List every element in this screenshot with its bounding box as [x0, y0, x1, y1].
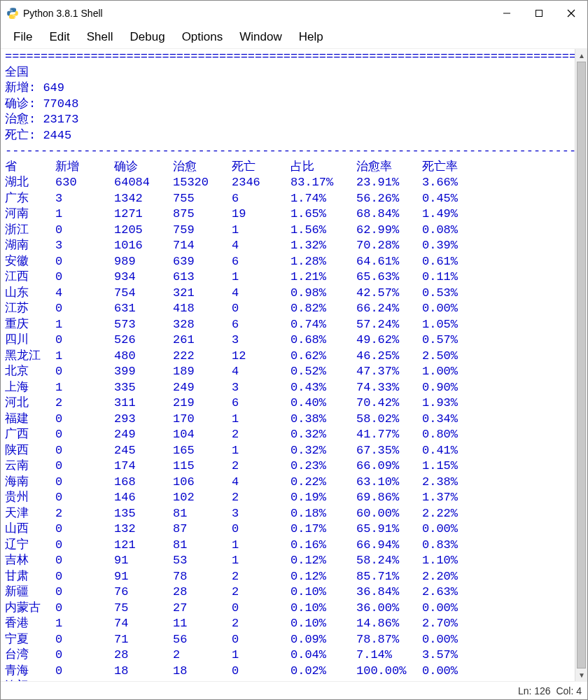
- table-row-col-4: 0: [232, 601, 290, 617]
- table-header-col-0: 省: [5, 160, 55, 176]
- table-row-col-1: 0: [55, 458, 114, 475]
- table-row-col-3: 56: [173, 632, 232, 648]
- table-row-col-6: 67.35%: [356, 443, 422, 459]
- table-row-col-6: 46.25%: [356, 349, 422, 365]
- table-row-col-1: 3: [55, 238, 114, 254]
- table-row-col-0: 青海: [5, 664, 55, 680]
- table-row: 黑龙江1480222120.62%46.25%2.50%: [5, 349, 570, 365]
- menu-item-shell[interactable]: Shell: [78, 27, 122, 47]
- table-row-col-3: 165: [173, 443, 232, 459]
- scroll-down-arrow-icon[interactable]: ▼: [575, 668, 587, 681]
- table-row-col-0: 辽宁: [5, 538, 55, 554]
- table-row-col-3: 28: [173, 584, 232, 601]
- scroll-thumb[interactable]: [577, 62, 586, 668]
- table-row-col-2: 64084: [114, 175, 173, 191]
- table-row-col-4: 6: [232, 396, 290, 412]
- summary-row-0: 新增: 649: [5, 80, 570, 97]
- table-row-col-2: 399: [114, 364, 173, 380]
- table-row-col-6: 49.62%: [356, 332, 422, 349]
- table-row-col-2: 74: [114, 616, 173, 632]
- table-row-col-2: 174: [114, 458, 173, 475]
- table-row-col-4: 1: [232, 443, 290, 459]
- table-row: 香港1741120.10%14.86%2.70%: [5, 616, 570, 632]
- table-row-col-1: 630: [55, 175, 114, 191]
- table-row-col-0: 新疆: [5, 584, 55, 601]
- summary-row-2: 治愈: 23173: [5, 112, 570, 128]
- table-row-col-0: 陕西: [5, 443, 55, 459]
- table-row-col-7: 2.50%: [422, 349, 478, 365]
- close-button[interactable]: [555, 1, 587, 26]
- table-row-col-6: 47.37%: [356, 364, 422, 380]
- summary-block: 全国新增: 649确诊: 77048治愈: 23173死亡: 2445: [5, 65, 570, 144]
- table-row-col-3: 418: [173, 301, 232, 317]
- table-row: 内蒙古0752700.10%36.00%0.00%: [5, 601, 570, 617]
- table-row-col-0: 广东: [5, 191, 55, 207]
- table-row-col-6: 64.61%: [356, 254, 422, 270]
- table-row-col-7: 0.41%: [422, 443, 478, 459]
- scroll-up-arrow-icon[interactable]: ▲: [575, 49, 587, 62]
- table-row: 浙江0120575911.56%62.99%0.08%: [5, 223, 570, 239]
- table-row-col-2: 335: [114, 380, 173, 396]
- table-row-col-5: 0.04%: [290, 648, 356, 664]
- table-row-col-2: 293: [114, 412, 173, 428]
- table-row-col-4: 4: [232, 238, 290, 254]
- table-row-col-4: 4: [232, 475, 290, 491]
- table-row: 山东475432140.98%42.57%0.53%: [5, 286, 570, 302]
- table-row-col-3: 328: [173, 317, 232, 333]
- table-row-col-1: 0: [55, 538, 114, 554]
- table-row-col-6: 85.71%: [356, 569, 422, 585]
- table-row-col-2: 989: [114, 254, 173, 270]
- table-row-col-3: 53: [173, 553, 232, 569]
- summary-row-0-label: 新增:: [5, 81, 36, 94]
- table-row-col-5: 1.21%: [290, 270, 356, 286]
- table-row-col-5: 0.32%: [290, 427, 356, 443]
- table-header-col-1: 新增: [55, 160, 114, 176]
- menu-item-help[interactable]: Help: [290, 27, 332, 47]
- table-row-col-6: 23.91%: [356, 175, 422, 191]
- status-col-value: 4: [576, 685, 582, 696]
- table-header-col-7: 死亡率: [422, 160, 478, 176]
- table-row-col-3: 755: [173, 191, 232, 207]
- table-row-col-4: 3: [232, 506, 290, 522]
- table-row: 陕西024516510.32%67.35%0.41%: [5, 443, 570, 459]
- table-row-col-1: 1: [55, 349, 114, 365]
- table-row-col-3: 106: [173, 475, 232, 491]
- summary-title: 全国: [5, 65, 570, 81]
- table-row-col-4: 1: [232, 553, 290, 569]
- table-row-col-1: 3: [55, 191, 114, 207]
- menu-item-edit[interactable]: Edit: [41, 27, 78, 47]
- table-row-col-2: 1016: [114, 238, 173, 254]
- table-row-col-6: 74.33%: [356, 380, 422, 396]
- table-row-col-3: 11: [173, 616, 232, 632]
- summary-row-2-label: 治愈:: [5, 113, 36, 126]
- table-row-col-0: 四川: [5, 332, 55, 349]
- table-row-col-2: 1205: [114, 223, 173, 239]
- table-row-col-1: 0: [55, 223, 114, 239]
- table-row: 重庆157332860.74%57.24%1.05%: [5, 317, 570, 333]
- table-row-col-7: 0.08%: [422, 223, 478, 239]
- menu-item-file[interactable]: File: [5, 27, 41, 47]
- table-row-col-2: 1271: [114, 206, 173, 223]
- table-row-col-5: 0.02%: [290, 664, 356, 680]
- vertical-scrollbar[interactable]: ▲ ▼: [575, 49, 587, 681]
- table-row: 湖南3101671441.32%70.28%0.39%: [5, 238, 570, 254]
- table-row-col-7: 0.00%: [422, 664, 478, 680]
- table-row-col-6: 69.86%: [356, 490, 422, 506]
- table-row-col-6: 66.24%: [356, 301, 422, 317]
- table-row-col-4: 1: [232, 270, 290, 286]
- table-row-col-3: 87: [173, 522, 232, 538]
- table-row: 甘肃0917820.12%85.71%2.20%: [5, 569, 570, 585]
- table-row-col-1: 1: [55, 616, 114, 632]
- table-row-col-3: 613: [173, 270, 232, 286]
- table-row-col-6: 56.26%: [356, 191, 422, 207]
- table-row-col-0: 甘肃: [5, 569, 55, 585]
- menu-item-options[interactable]: Options: [174, 27, 232, 47]
- table-row: 四川052626130.68%49.62%0.57%: [5, 332, 570, 349]
- menu-item-debug[interactable]: Debug: [122, 27, 174, 47]
- minimize-button[interactable]: [491, 1, 523, 26]
- shell-output[interactable]: ========================================…: [1, 49, 575, 681]
- menu-item-window[interactable]: Window: [231, 27, 290, 47]
- content-area: ========================================…: [1, 49, 587, 681]
- maximize-button[interactable]: [523, 1, 555, 26]
- window-controls: [491, 1, 587, 26]
